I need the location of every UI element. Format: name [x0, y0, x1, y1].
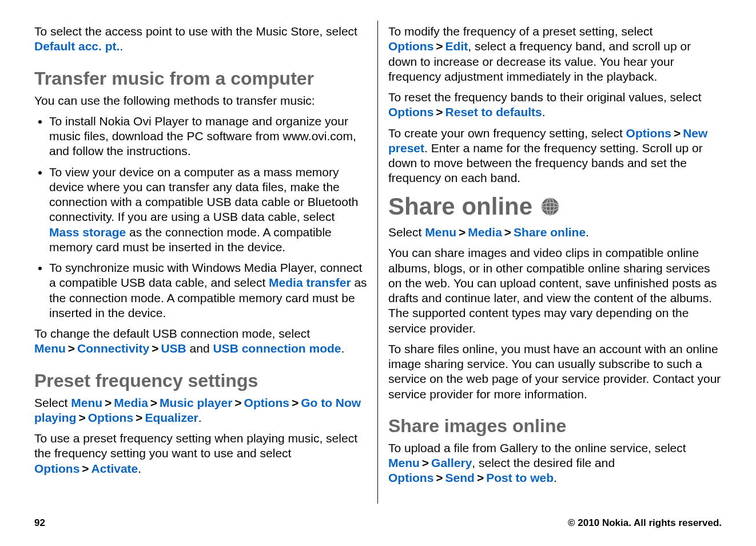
- text: .: [120, 39, 123, 53]
- text: Select: [388, 225, 425, 239]
- heading-text: Share online: [388, 192, 532, 222]
- link-menu[interactable]: Menu: [425, 225, 456, 239]
- chevron-right-icon: >: [433, 39, 445, 53]
- new-preset: To create your own frequency setting, se…: [388, 126, 722, 186]
- text: , select the desired file and: [472, 456, 615, 469]
- text: To reset the frequency bands to their or…: [388, 90, 701, 104]
- link-post-to-web[interactable]: Post to web: [486, 471, 554, 484]
- chevron-right-icon: >: [149, 342, 161, 355]
- link-reset-to-defaults[interactable]: Reset to defaults: [445, 105, 542, 118]
- link-activate[interactable]: Activate: [91, 462, 138, 475]
- modify-frequency: To modify the frequency of a preset sett…: [388, 24, 722, 84]
- link-default-acc-pt[interactable]: Default acc. pt.: [34, 39, 120, 53]
- chevron-right-icon: >: [66, 342, 77, 355]
- list-item: To install Nokia Ovi Player to manage an…: [49, 114, 367, 159]
- link-media-transfer[interactable]: Media transfer: [269, 276, 351, 289]
- text: .: [198, 411, 202, 424]
- text: To change the default USB connection mod…: [34, 327, 310, 340]
- page-number: 92: [34, 517, 45, 529]
- share-paragraph-1: You can share images and video clips in …: [388, 246, 722, 336]
- preset-path: Select Menu>Media>Music player>Options>G…: [34, 395, 367, 426]
- link-options[interactable]: Options: [388, 471, 433, 484]
- chevron-right-icon: >: [671, 126, 683, 140]
- link-options[interactable]: Options: [88, 411, 133, 424]
- text: Select: [34, 396, 71, 409]
- link-gallery[interactable]: Gallery: [431, 456, 472, 469]
- link-media[interactable]: Media: [114, 396, 148, 409]
- link-connectivity[interactable]: Connectivity: [77, 342, 149, 355]
- chevron-right-icon: >: [77, 411, 88, 424]
- text: and: [186, 342, 213, 355]
- text: To use a preset frequency setting when p…: [34, 432, 357, 460]
- right-column: To modify the frequency of a preset sett…: [378, 21, 722, 504]
- chevron-right-icon: >: [433, 471, 445, 484]
- list-item: To synchronize music with Windows Media …: [49, 260, 367, 321]
- heading-share-online: Share online: [388, 192, 722, 222]
- intro-paragraph: To select the access point to use with t…: [34, 24, 367, 54]
- link-options[interactable]: Options: [626, 126, 671, 140]
- share-images-paragraph: To upload a file from Gallery to the onl…: [388, 441, 722, 486]
- list-item: To view your device on a computer as a m…: [49, 165, 367, 255]
- link-send[interactable]: Send: [445, 471, 475, 484]
- chevron-right-icon: >: [420, 456, 431, 469]
- link-media[interactable]: Media: [468, 225, 502, 239]
- chevron-right-icon: >: [133, 411, 145, 424]
- page-footer: 92 © 2010 Nokia. All rights reserved.: [34, 504, 722, 529]
- link-options[interactable]: Options: [34, 462, 79, 475]
- chevron-right-icon: >: [79, 462, 91, 475]
- text: .: [138, 462, 141, 475]
- link-menu[interactable]: Menu: [71, 396, 102, 409]
- heading-preset-frequency: Preset frequency settings: [34, 369, 367, 392]
- document-page: To select the access point to use with t…: [0, 0, 756, 546]
- chevron-right-icon: >: [102, 396, 114, 409]
- chevron-right-icon: >: [148, 396, 160, 409]
- chevron-right-icon: >: [456, 225, 468, 239]
- link-menu[interactable]: Menu: [388, 456, 420, 469]
- reset-frequency: To reset the frequency bands to their or…: [388, 90, 722, 120]
- copyright-text: © 2010 Nokia. All rights reserved.: [568, 517, 722, 529]
- chevron-right-icon: >: [433, 105, 445, 118]
- chevron-right-icon: >: [289, 396, 301, 409]
- chevron-right-icon: >: [475, 471, 486, 484]
- link-menu[interactable]: Menu: [34, 342, 66, 355]
- text: To select the access point to use with t…: [34, 25, 357, 38]
- text: To view your device on a computer as a m…: [49, 165, 359, 224]
- left-column: To select the access point to use with t…: [34, 21, 378, 504]
- link-options[interactable]: Options: [244, 396, 289, 409]
- link-options[interactable]: Options: [388, 39, 433, 53]
- text: .: [554, 471, 557, 484]
- transfer-list: To install Nokia Ovi Player to manage an…: [34, 114, 367, 321]
- link-share-online[interactable]: Share online: [514, 225, 586, 239]
- text: .: [586, 225, 589, 239]
- link-edit[interactable]: Edit: [445, 39, 468, 53]
- link-options[interactable]: Options: [388, 105, 433, 118]
- heading-share-images-online: Share images online: [388, 414, 722, 437]
- two-column-layout: To select the access point to use with t…: [34, 21, 722, 504]
- text: To upload a file from Gallery to the onl…: [388, 441, 686, 454]
- text: .: [341, 342, 344, 355]
- text: .: [542, 105, 546, 118]
- preset-use: To use a preset frequency setting when p…: [34, 431, 367, 476]
- link-equalizer[interactable]: Equalizer: [145, 411, 198, 424]
- share-select-path: Select Menu>Media>Share online.: [388, 225, 722, 240]
- usb-mode-paragraph: To change the default USB connection mod…: [34, 326, 367, 357]
- text: To create your own frequency setting, se…: [388, 126, 626, 140]
- chevron-right-icon: >: [502, 225, 514, 239]
- share-paragraph-2: To share files online, you must have an …: [388, 342, 722, 402]
- link-usb[interactable]: USB: [161, 342, 186, 355]
- transfer-intro: You can use the following methods to tra…: [34, 93, 367, 108]
- globe-icon: [540, 197, 560, 216]
- text: . Enter a name for the frequency setting…: [388, 141, 703, 185]
- link-usb-connection-mode[interactable]: USB connection mode: [213, 342, 341, 355]
- link-music-player[interactable]: Music player: [160, 396, 232, 409]
- heading-transfer-music: Transfer music from a computer: [34, 67, 367, 90]
- text: To modify the frequency of a preset sett…: [388, 25, 652, 38]
- chevron-right-icon: >: [232, 396, 244, 409]
- link-mass-storage[interactable]: Mass storage: [49, 225, 126, 239]
